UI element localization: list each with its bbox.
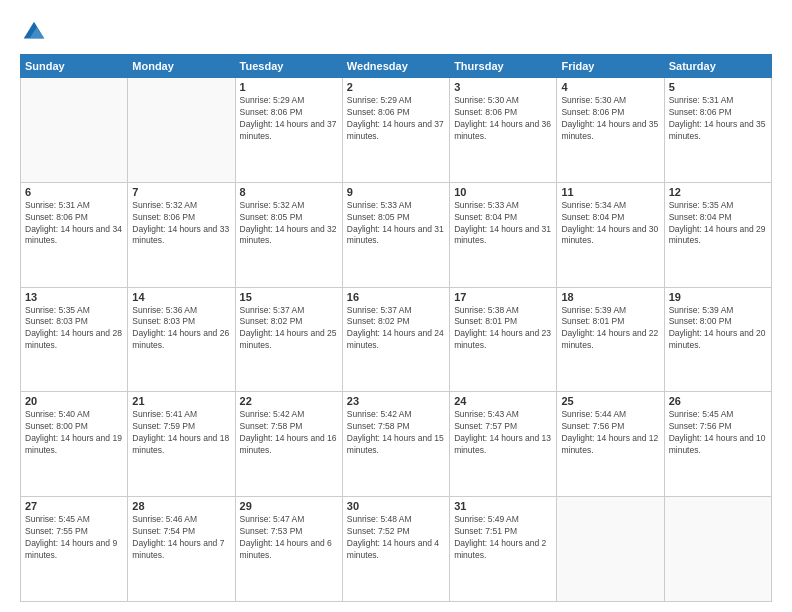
weekday-header: Monday xyxy=(128,55,235,78)
calendar-cell: 6Sunrise: 5:31 AMSunset: 8:06 PMDaylight… xyxy=(21,182,128,287)
day-info: Sunrise: 5:40 AMSunset: 8:00 PMDaylight:… xyxy=(25,409,123,457)
day-info: Sunrise: 5:48 AMSunset: 7:52 PMDaylight:… xyxy=(347,514,445,562)
day-number: 7 xyxy=(132,186,230,198)
day-info: Sunrise: 5:35 AMSunset: 8:04 PMDaylight:… xyxy=(669,200,767,248)
day-number: 31 xyxy=(454,500,552,512)
day-info: Sunrise: 5:31 AMSunset: 8:06 PMDaylight:… xyxy=(25,200,123,248)
day-number: 8 xyxy=(240,186,338,198)
calendar-week-row: 27Sunrise: 5:45 AMSunset: 7:55 PMDayligh… xyxy=(21,497,772,602)
calendar-cell: 21Sunrise: 5:41 AMSunset: 7:59 PMDayligh… xyxy=(128,392,235,497)
day-number: 15 xyxy=(240,291,338,303)
day-info: Sunrise: 5:30 AMSunset: 8:06 PMDaylight:… xyxy=(561,95,659,143)
calendar-cell: 28Sunrise: 5:46 AMSunset: 7:54 PMDayligh… xyxy=(128,497,235,602)
calendar-cell: 4Sunrise: 5:30 AMSunset: 8:06 PMDaylight… xyxy=(557,78,664,183)
calendar-cell: 10Sunrise: 5:33 AMSunset: 8:04 PMDayligh… xyxy=(450,182,557,287)
calendar-cell: 20Sunrise: 5:40 AMSunset: 8:00 PMDayligh… xyxy=(21,392,128,497)
day-number: 19 xyxy=(669,291,767,303)
calendar-cell: 2Sunrise: 5:29 AMSunset: 8:06 PMDaylight… xyxy=(342,78,449,183)
calendar-cell: 19Sunrise: 5:39 AMSunset: 8:00 PMDayligh… xyxy=(664,287,771,392)
day-info: Sunrise: 5:33 AMSunset: 8:05 PMDaylight:… xyxy=(347,200,445,248)
day-info: Sunrise: 5:44 AMSunset: 7:56 PMDaylight:… xyxy=(561,409,659,457)
day-number: 22 xyxy=(240,395,338,407)
day-info: Sunrise: 5:45 AMSunset: 7:56 PMDaylight:… xyxy=(669,409,767,457)
calendar-cell: 14Sunrise: 5:36 AMSunset: 8:03 PMDayligh… xyxy=(128,287,235,392)
calendar-cell: 3Sunrise: 5:30 AMSunset: 8:06 PMDaylight… xyxy=(450,78,557,183)
day-number: 14 xyxy=(132,291,230,303)
calendar-cell: 9Sunrise: 5:33 AMSunset: 8:05 PMDaylight… xyxy=(342,182,449,287)
weekday-header: Wednesday xyxy=(342,55,449,78)
day-info: Sunrise: 5:45 AMSunset: 7:55 PMDaylight:… xyxy=(25,514,123,562)
weekday-header: Sunday xyxy=(21,55,128,78)
day-number: 11 xyxy=(561,186,659,198)
calendar-cell: 8Sunrise: 5:32 AMSunset: 8:05 PMDaylight… xyxy=(235,182,342,287)
day-info: Sunrise: 5:29 AMSunset: 8:06 PMDaylight:… xyxy=(347,95,445,143)
day-info: Sunrise: 5:47 AMSunset: 7:53 PMDaylight:… xyxy=(240,514,338,562)
calendar-cell: 24Sunrise: 5:43 AMSunset: 7:57 PMDayligh… xyxy=(450,392,557,497)
day-info: Sunrise: 5:49 AMSunset: 7:51 PMDaylight:… xyxy=(454,514,552,562)
day-info: Sunrise: 5:43 AMSunset: 7:57 PMDaylight:… xyxy=(454,409,552,457)
day-number: 21 xyxy=(132,395,230,407)
day-info: Sunrise: 5:37 AMSunset: 8:02 PMDaylight:… xyxy=(347,305,445,353)
weekday-header: Thursday xyxy=(450,55,557,78)
day-info: Sunrise: 5:41 AMSunset: 7:59 PMDaylight:… xyxy=(132,409,230,457)
day-info: Sunrise: 5:39 AMSunset: 8:01 PMDaylight:… xyxy=(561,305,659,353)
calendar-cell xyxy=(557,497,664,602)
day-number: 27 xyxy=(25,500,123,512)
calendar-week-row: 20Sunrise: 5:40 AMSunset: 8:00 PMDayligh… xyxy=(21,392,772,497)
calendar-cell: 31Sunrise: 5:49 AMSunset: 7:51 PMDayligh… xyxy=(450,497,557,602)
calendar-cell: 12Sunrise: 5:35 AMSunset: 8:04 PMDayligh… xyxy=(664,182,771,287)
day-info: Sunrise: 5:36 AMSunset: 8:03 PMDaylight:… xyxy=(132,305,230,353)
day-number: 13 xyxy=(25,291,123,303)
day-number: 25 xyxy=(561,395,659,407)
logo-icon xyxy=(20,18,48,46)
weekday-header: Tuesday xyxy=(235,55,342,78)
day-number: 23 xyxy=(347,395,445,407)
calendar-cell xyxy=(21,78,128,183)
calendar-week-row: 6Sunrise: 5:31 AMSunset: 8:06 PMDaylight… xyxy=(21,182,772,287)
calendar-cell: 1Sunrise: 5:29 AMSunset: 8:06 PMDaylight… xyxy=(235,78,342,183)
day-info: Sunrise: 5:46 AMSunset: 7:54 PMDaylight:… xyxy=(132,514,230,562)
header xyxy=(20,18,772,46)
day-number: 20 xyxy=(25,395,123,407)
day-info: Sunrise: 5:37 AMSunset: 8:02 PMDaylight:… xyxy=(240,305,338,353)
day-number: 4 xyxy=(561,81,659,93)
weekday-header: Saturday xyxy=(664,55,771,78)
weekday-header: Friday xyxy=(557,55,664,78)
day-number: 28 xyxy=(132,500,230,512)
day-info: Sunrise: 5:33 AMSunset: 8:04 PMDaylight:… xyxy=(454,200,552,248)
calendar-cell: 30Sunrise: 5:48 AMSunset: 7:52 PMDayligh… xyxy=(342,497,449,602)
day-number: 10 xyxy=(454,186,552,198)
day-info: Sunrise: 5:34 AMSunset: 8:04 PMDaylight:… xyxy=(561,200,659,248)
day-info: Sunrise: 5:35 AMSunset: 8:03 PMDaylight:… xyxy=(25,305,123,353)
day-info: Sunrise: 5:31 AMSunset: 8:06 PMDaylight:… xyxy=(669,95,767,143)
calendar-cell: 5Sunrise: 5:31 AMSunset: 8:06 PMDaylight… xyxy=(664,78,771,183)
day-number: 29 xyxy=(240,500,338,512)
calendar-cell: 11Sunrise: 5:34 AMSunset: 8:04 PMDayligh… xyxy=(557,182,664,287)
day-info: Sunrise: 5:38 AMSunset: 8:01 PMDaylight:… xyxy=(454,305,552,353)
calendar-cell: 22Sunrise: 5:42 AMSunset: 7:58 PMDayligh… xyxy=(235,392,342,497)
calendar-cell: 13Sunrise: 5:35 AMSunset: 8:03 PMDayligh… xyxy=(21,287,128,392)
day-number: 24 xyxy=(454,395,552,407)
day-number: 5 xyxy=(669,81,767,93)
calendar-cell: 18Sunrise: 5:39 AMSunset: 8:01 PMDayligh… xyxy=(557,287,664,392)
calendar-cell: 29Sunrise: 5:47 AMSunset: 7:53 PMDayligh… xyxy=(235,497,342,602)
calendar-cell: 27Sunrise: 5:45 AMSunset: 7:55 PMDayligh… xyxy=(21,497,128,602)
calendar-cell: 16Sunrise: 5:37 AMSunset: 8:02 PMDayligh… xyxy=(342,287,449,392)
day-number: 2 xyxy=(347,81,445,93)
day-info: Sunrise: 5:39 AMSunset: 8:00 PMDaylight:… xyxy=(669,305,767,353)
logo xyxy=(20,18,52,46)
day-number: 30 xyxy=(347,500,445,512)
day-info: Sunrise: 5:29 AMSunset: 8:06 PMDaylight:… xyxy=(240,95,338,143)
calendar-cell: 25Sunrise: 5:44 AMSunset: 7:56 PMDayligh… xyxy=(557,392,664,497)
calendar-cell: 17Sunrise: 5:38 AMSunset: 8:01 PMDayligh… xyxy=(450,287,557,392)
calendar-cell xyxy=(128,78,235,183)
day-number: 3 xyxy=(454,81,552,93)
day-info: Sunrise: 5:42 AMSunset: 7:58 PMDaylight:… xyxy=(240,409,338,457)
day-info: Sunrise: 5:42 AMSunset: 7:58 PMDaylight:… xyxy=(347,409,445,457)
day-number: 18 xyxy=(561,291,659,303)
day-number: 16 xyxy=(347,291,445,303)
day-info: Sunrise: 5:32 AMSunset: 8:06 PMDaylight:… xyxy=(132,200,230,248)
day-number: 9 xyxy=(347,186,445,198)
calendar-table: SundayMondayTuesdayWednesdayThursdayFrid… xyxy=(20,54,772,602)
day-number: 26 xyxy=(669,395,767,407)
